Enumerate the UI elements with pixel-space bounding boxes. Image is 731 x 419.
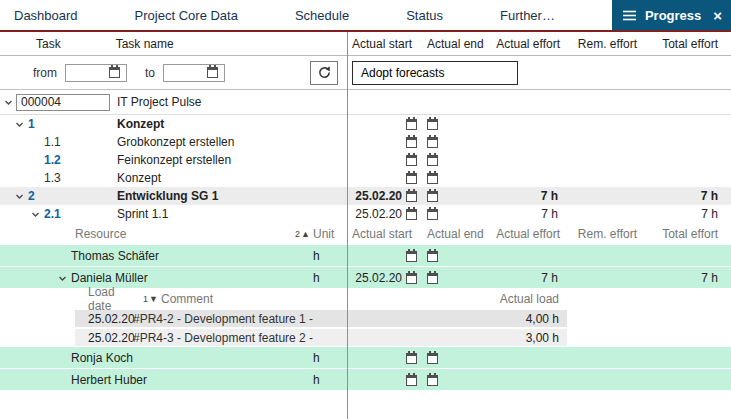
refresh-button[interactable] [310,61,338,85]
actual-effort-column-header[interactable]: Actual effort [488,227,566,241]
load-date-column-header[interactable]: Load date 1▼ [75,285,161,313]
actual-effort-column-header[interactable]: Actual effort [488,37,566,51]
tab-further[interactable]: Further… [500,0,555,30]
calendar-icon[interactable] [406,173,417,184]
task-number-link[interactable]: 2 [28,189,35,203]
calendar-icon[interactable] [406,137,417,148]
table-row-resource: Herbert Huber h [0,369,731,391]
tab-progress-label: Progress [645,8,701,23]
tab-project-core-data[interactable]: Project Core Data [135,0,238,30]
to-date-input[interactable] [163,64,225,82]
calendar-icon[interactable] [406,209,417,220]
table-row-task: 2.1 Sprint 1.1 25.02.20 7 h 7 h [0,205,731,223]
filter-row: from to Adopt forecasts [0,56,731,90]
actual-start-value: 25.02.20 [355,207,402,221]
project-number-input[interactable]: 000004 [16,94,110,111]
calendar-icon[interactable] [427,251,438,262]
rem-effort-column-header[interactable]: Rem. effort [566,37,645,51]
calendar-icon[interactable] [427,353,438,364]
table-row-task: 1.3 Konzept [0,169,731,187]
actual-load-column-header[interactable]: Actual load [487,292,567,306]
calendar-icon[interactable] [406,375,417,386]
tab-progress[interactable]: Progress × [612,0,731,30]
progress-window: Dashboard Project Core Data Schedule Sta… [0,0,731,419]
table-row-task: 1.2 Feinkonzept erstellen [0,151,731,169]
actual-effort-value: 7 h [541,189,558,203]
unit-value: h [313,373,347,387]
table-row-task: 1.1 Grobkonzept erstellen [0,133,731,151]
resource-name: Ronja Koch [71,351,133,365]
total-effort-column-header[interactable]: Total effort [645,37,731,51]
calendar-icon[interactable] [427,273,438,284]
tab-status[interactable]: Status [406,0,443,30]
chevron-down-icon[interactable] [31,210,40,219]
load-date-label: Load date [88,285,139,313]
task-name: Entwicklung SG 1 [117,189,218,203]
chevron-down-icon[interactable] [58,274,67,283]
task-name-column-header[interactable]: Task name [116,37,174,51]
task-name: Sprint 1.1 [117,207,168,221]
task-number[interactable]: 1.3 [44,171,61,185]
adopt-forecasts-button[interactable]: Adopt forecasts [352,61,518,85]
calendar-icon[interactable] [406,273,417,284]
calendar-icon[interactable] [406,191,417,202]
task-name: Konzept [117,117,164,131]
resource-column-header[interactable]: Resource [0,227,295,241]
task-number-link[interactable]: 1 [28,117,35,131]
calendar-icon[interactable] [406,353,417,364]
task-name: Feinkonzept erstellen [117,153,231,167]
chevron-down-icon[interactable] [15,192,24,201]
resource-name: Thomas Schäfer [71,249,159,263]
actual-end-column-header[interactable]: Actual end [424,227,488,241]
from-date-input[interactable] [65,64,127,82]
chevron-down-icon[interactable] [4,98,13,107]
actual-effort-value: 7 h [541,271,558,285]
total-effort-value: 7 h [701,271,718,285]
actual-start-column-header[interactable]: Actual start [347,227,424,241]
chevron-down-icon[interactable] [15,120,24,129]
tab-schedule[interactable]: Schedule [295,0,349,30]
tab-dashboard[interactable]: Dashboard [14,0,78,30]
unit-value: h [313,249,347,263]
actual-start-value: 25.02.20 [355,271,402,285]
resource-header-row: Resource 2▲ Unit Actual start Actual end… [0,223,731,245]
sort-indicator-primary: 1▼ [143,294,161,304]
table-row-load: 25.02.20 #PR4-2 - Development feature 1 … [0,309,731,328]
calendar-icon[interactable] [406,119,417,130]
calendar-icon[interactable] [427,155,438,166]
comment-column-header[interactable]: Comment [161,292,487,306]
calendar-icon[interactable] [427,191,438,202]
table-row-resource: Thomas Schäfer h [0,245,731,267]
calendar-icon[interactable] [427,137,438,148]
load-date-value: 25.02.20 [75,331,133,345]
actual-effort-value: 7 h [541,207,558,221]
project-name: IT Project Pulse [117,95,201,109]
close-icon[interactable]: × [713,8,722,23]
calendar-icon[interactable] [427,119,438,130]
to-date-value[interactable] [167,67,207,79]
unit-column-header[interactable]: Unit [313,227,347,241]
rem-effort-column-header[interactable]: Rem. effort [566,227,645,241]
task-number[interactable]: 1.1 [44,135,61,149]
actual-start-column-header[interactable]: Actual start [347,37,424,51]
calendar-icon[interactable] [109,67,120,78]
total-effort-value: 7 h [701,207,718,221]
total-effort-column-header[interactable]: Total effort [645,227,731,241]
from-date-value[interactable] [69,67,109,79]
sort-indicator-secondary: 2▲ [295,229,313,239]
actual-end-column-header[interactable]: Actual end [424,37,488,51]
table-row-task: 1 Konzept [0,115,731,133]
unit-value: h [313,351,347,365]
calendar-icon[interactable] [406,155,417,166]
calendar-icon[interactable] [427,173,438,184]
calendar-icon[interactable] [427,375,438,386]
unit-value: h [313,271,347,285]
task-column-header[interactable]: Task [36,37,61,51]
actual-start-value: 25.02.20 [355,189,402,203]
load-date-value: 25.02.20 [75,312,133,326]
calendar-icon[interactable] [427,209,438,220]
task-number-link[interactable]: 2.1 [44,207,61,221]
task-number-link[interactable]: 1.2 [44,153,61,167]
calendar-icon[interactable] [207,67,218,78]
calendar-icon[interactable] [406,251,417,262]
